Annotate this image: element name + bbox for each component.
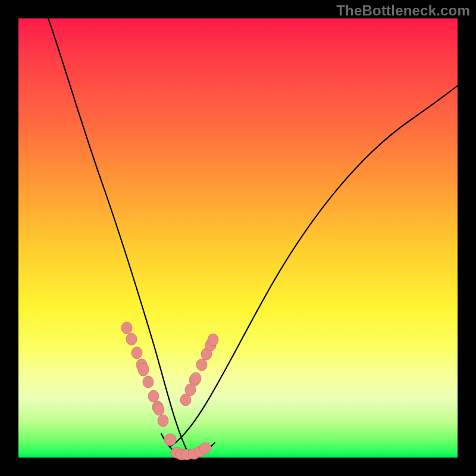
- svg-point-9: [158, 415, 168, 427]
- chart-svg: [18, 18, 458, 458]
- svg-point-6: [148, 390, 159, 402]
- chart-frame: TheBottleneck.com: [0, 0, 476, 476]
- curve-right-branch: [170, 86, 458, 447]
- svg-point-1: [126, 333, 137, 345]
- bead-cluster-trough: [164, 434, 211, 460]
- svg-point-4: [138, 363, 149, 376]
- svg-point-0: [121, 322, 132, 334]
- svg-point-8: [154, 403, 164, 415]
- svg-point-24: [208, 334, 218, 346]
- chart-plot-area: [18, 18, 458, 458]
- svg-point-2: [131, 347, 142, 359]
- svg-point-20: [190, 372, 201, 384]
- watermark-label: TheBottleneck.com: [336, 2, 470, 19]
- svg-point-10: [164, 434, 176, 446]
- bead-cluster-left: [121, 322, 168, 427]
- curve-left-branch: [48, 18, 188, 453]
- svg-point-5: [143, 376, 154, 388]
- svg-point-16: [199, 443, 211, 453]
- bead-cluster-right: [180, 334, 218, 406]
- svg-point-21: [196, 359, 207, 371]
